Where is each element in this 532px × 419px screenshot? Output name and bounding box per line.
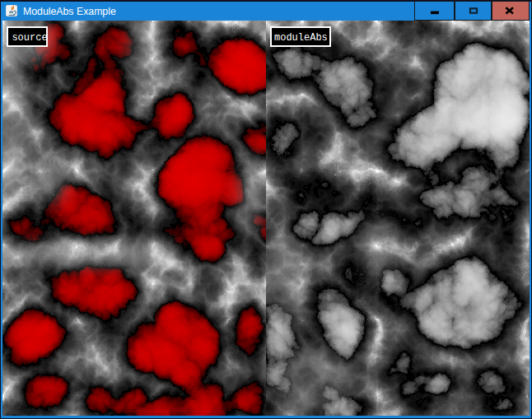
svg-text:moduleAbs: moduleAbs xyxy=(274,32,328,44)
svg-text:source: source xyxy=(12,32,47,44)
